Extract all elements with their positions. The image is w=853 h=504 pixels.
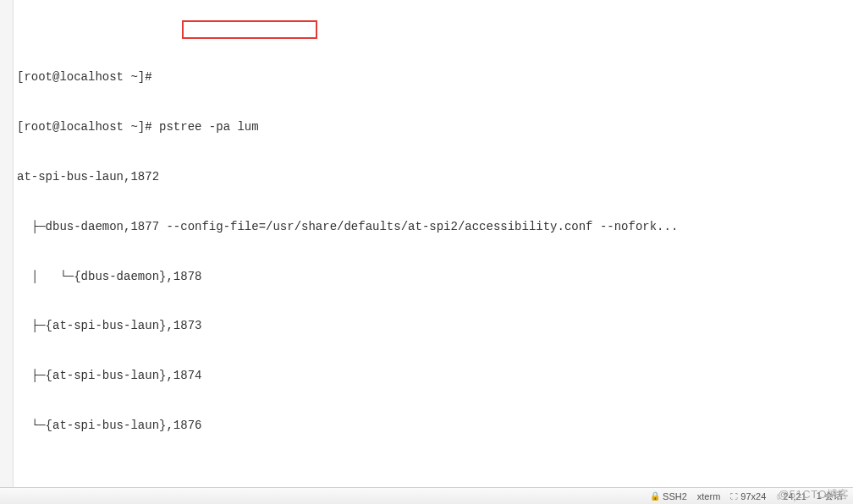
status-bar: 🔒 SSH2 xterm ⛶ 97x24 ⎀ 24,21 1 会话 bbox=[0, 487, 853, 504]
status-sessions[interactable]: 1 会话 bbox=[817, 490, 843, 502]
terminal-output[interactable]: [root@localhost ~]# [root@localhost ~]# … bbox=[0, 0, 853, 504]
output-line bbox=[17, 468, 851, 484]
command-text: pstree -pa lum bbox=[159, 120, 259, 134]
status-term-label: xterm bbox=[697, 491, 721, 501]
prompt: [root@localhost ~]# bbox=[17, 120, 159, 134]
cursor-icon: ⎀ bbox=[776, 492, 780, 501]
status-cursor-label: 24,21 bbox=[783, 491, 806, 501]
status-size-label: 97x24 bbox=[740, 491, 766, 501]
resize-icon: ⛶ bbox=[730, 492, 738, 501]
status-ssh[interactable]: 🔒 SSH2 bbox=[650, 491, 687, 501]
status-ssh-label: SSH2 bbox=[663, 491, 687, 501]
output-line: ├─{at-spi-bus-laun},1873 bbox=[17, 318, 851, 335]
status-size[interactable]: ⛶ 97x24 bbox=[730, 491, 766, 501]
lock-icon: 🔒 bbox=[650, 491, 660, 501]
status-cursor[interactable]: ⎀ 24,21 bbox=[776, 491, 806, 501]
output-line: at-spi-bus-laun,1872 bbox=[17, 169, 851, 186]
output-line: │ └─{dbus-daemon},1878 bbox=[17, 269, 851, 286]
prompt: [root@localhost ~]# bbox=[17, 70, 152, 84]
output-line: └─{at-spi-bus-laun},1876 bbox=[17, 418, 851, 435]
output-line: ├─dbus-daemon,1877 --config-file=/usr/sh… bbox=[17, 219, 851, 236]
status-term[interactable]: xterm bbox=[697, 491, 721, 501]
output-line: ├─{at-spi-bus-laun},1874 bbox=[17, 368, 851, 385]
status-sessions-label: 1 会话 bbox=[817, 490, 843, 502]
prompt-line: [root@localhost ~]# bbox=[17, 69, 851, 86]
command-line: [root@localhost ~]# pstree -pa lum bbox=[17, 119, 851, 136]
